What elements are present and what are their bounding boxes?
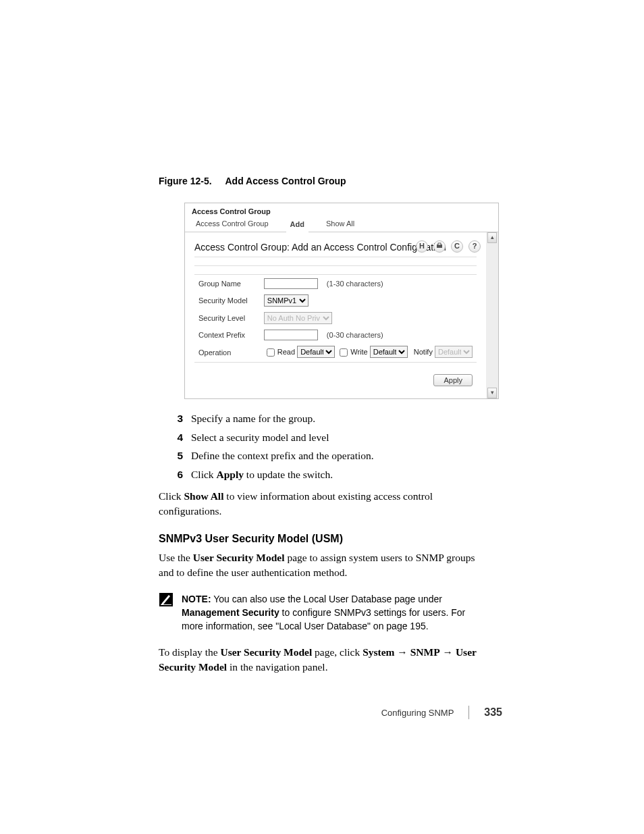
security-level-select: No Auth No Priv	[264, 312, 332, 324]
screenshot-panel: Access Control Group Access Control Grou…	[184, 203, 499, 399]
footer-section: Configuring SNMP	[381, 708, 454, 718]
write-label: Write	[350, 348, 367, 356]
tab-show-all[interactable]: Show All	[322, 217, 358, 232]
save-icon[interactable]: H	[416, 240, 428, 253]
read-label: Read	[277, 348, 295, 356]
refresh-icon[interactable]: C	[451, 240, 463, 253]
print-icon[interactable]	[433, 240, 446, 253]
context-prefix-input[interactable]	[264, 330, 318, 340]
step-text: Click Apply to update the switch.	[191, 467, 333, 482]
note-block: NOTE: You can also use the Local User Da…	[159, 592, 485, 633]
group-name-hint: (1-30 characters)	[327, 280, 383, 288]
security-model-label: Security Model	[196, 292, 260, 309]
step-5: 5 Define the context prefix and the oper…	[171, 448, 485, 463]
step-num: 4	[171, 430, 183, 445]
para-showall: Click Show All to view information about…	[159, 489, 485, 518]
context-prefix-hint: (0-30 characters)	[327, 331, 383, 339]
write-select[interactable]: Default	[370, 346, 408, 358]
page-number: 335	[484, 706, 502, 719]
context-prefix-label: Context Prefix	[196, 328, 260, 342]
notify-label: Notify	[414, 348, 433, 356]
security-model-select[interactable]: SNMPv1	[264, 294, 308, 307]
note-icon	[159, 592, 173, 607]
tab-add[interactable]: Add	[286, 217, 308, 232]
para-nav: To display the User Security Model page,…	[159, 645, 485, 674]
step-num: 3	[171, 411, 183, 426]
read-select[interactable]: Default	[297, 346, 335, 358]
security-level-label: Security Level	[196, 310, 260, 326]
figure-title: Add Access Control Group	[225, 176, 346, 186]
operation-label: Operation	[196, 344, 260, 361]
group-name-label: Group Name	[196, 276, 260, 291]
tabbar: Access Control Group Add Show All	[185, 215, 498, 232]
step-text: Specify a name for the group.	[191, 411, 315, 426]
write-checkbox[interactable]	[340, 348, 348, 357]
divider	[194, 265, 477, 266]
read-checkbox[interactable]	[267, 348, 275, 357]
figure-id: Figure 12-5.	[159, 176, 212, 186]
page-footer: Configuring SNMP 335	[381, 706, 502, 719]
tab-access-control-group[interactable]: Access Control Group	[192, 217, 273, 232]
group-name-input[interactable]	[264, 278, 318, 289]
toolbar: H C ?	[416, 240, 481, 253]
step-4: 4 Select a security model and level	[171, 430, 485, 445]
divider	[194, 257, 477, 257]
footer-divider	[468, 706, 469, 719]
note-text: NOTE: You can also use the Local User Da…	[182, 592, 485, 633]
scroll-up-icon[interactable]: ▴	[487, 232, 497, 243]
svg-rect-1	[438, 243, 441, 245]
apply-button[interactable]: Apply	[433, 374, 473, 386]
step-text: Select a security model and level	[191, 430, 329, 445]
step-text: Define the context prefix and the operat…	[191, 448, 374, 463]
form-table: Group Name (1-30 characters) Security Mo…	[194, 274, 477, 363]
para-usm: Use the User Security Model page to assi…	[159, 550, 485, 579]
step-6: 6 Click Apply to update the switch.	[171, 467, 485, 482]
section-heading: SNMPv3 User Security Model (USM)	[159, 533, 485, 545]
window-title: Access Control Group	[185, 203, 498, 215]
scroll-down-icon[interactable]: ▾	[487, 388, 497, 398]
step-num: 6	[171, 467, 183, 482]
notify-select: Default	[435, 346, 473, 358]
help-icon[interactable]: ?	[468, 240, 481, 253]
steps-list: 3 Specify a name for the group. 4 Select…	[171, 411, 485, 482]
step-3: 3 Specify a name for the group.	[171, 411, 485, 426]
figure-caption: Figure 12-5. Add Access Control Group	[159, 176, 485, 186]
step-num: 5	[171, 448, 183, 463]
scrollbar[interactable]: ▴ ▾	[486, 232, 498, 398]
